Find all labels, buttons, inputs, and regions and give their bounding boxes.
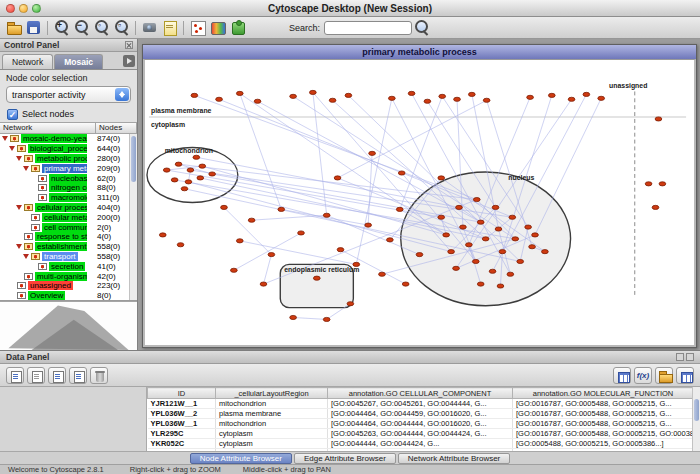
tab-node-attribute-browser[interactable]: Node Attribute Browser xyxy=(190,453,292,464)
select-attributes-icon[interactable] xyxy=(6,367,24,384)
tree-row[interactable]: multi-organism pro...42(0) xyxy=(0,271,129,281)
network-node[interactable] xyxy=(236,91,243,95)
network-node[interactable] xyxy=(466,243,473,247)
chevron-right-icon[interactable] xyxy=(123,55,135,67)
close-panel-icon[interactable] xyxy=(125,41,133,49)
scrollbar-thumb[interactable] xyxy=(694,399,699,421)
tree-row[interactable]: unassigned223(0) xyxy=(0,281,129,291)
column-header[interactable]: _cellularLayoutRegion xyxy=(216,388,328,399)
network-node[interactable] xyxy=(497,284,504,288)
network-node[interactable] xyxy=(329,98,336,102)
network-node[interactable] xyxy=(453,266,460,270)
network-node[interactable] xyxy=(529,245,536,249)
network-node[interactable] xyxy=(187,168,194,172)
unselect-attributes-icon[interactable] xyxy=(27,367,45,384)
network-node[interactable] xyxy=(659,182,666,186)
network-node[interactable] xyxy=(482,237,489,241)
network-node[interactable] xyxy=(473,197,480,201)
network-node[interactable] xyxy=(337,248,344,252)
table-row[interactable]: YJR121W__1mitochondrion[GO:0045267, GO:0… xyxy=(148,399,694,409)
zoom-fit-icon[interactable]: ▫ xyxy=(112,18,131,37)
tree-row[interactable]: cell communicat...2(0) xyxy=(0,222,129,232)
network-node[interactable] xyxy=(159,233,166,237)
column-header[interactable]: ID xyxy=(148,388,216,399)
tree-scrollbar[interactable] xyxy=(129,134,137,300)
network-node[interactable] xyxy=(495,227,502,231)
table-row[interactable]: YKR052Ccytoplasm[GO:0044444, GO:0044424,… xyxy=(148,439,694,449)
matrix-icon[interactable] xyxy=(613,367,631,384)
network-frame[interactable]: primary metabolic process plasma membran… xyxy=(142,44,697,348)
network-node[interactable] xyxy=(313,276,320,280)
maximize-window-button[interactable] xyxy=(32,4,41,13)
network-node[interactable] xyxy=(209,172,216,176)
network-node[interactable] xyxy=(477,282,484,286)
network-node[interactable] xyxy=(477,220,484,224)
network-node[interactable] xyxy=(472,259,479,263)
snapshot-icon[interactable] xyxy=(140,18,159,37)
network-node[interactable] xyxy=(388,96,395,100)
titlebar[interactable]: Cytoscape Desktop (New Session) xyxy=(0,0,700,17)
plugins-icon[interactable] xyxy=(228,18,247,37)
network-node[interactable] xyxy=(456,205,463,209)
network-node[interactable] xyxy=(175,162,182,166)
network-node[interactable] xyxy=(310,90,317,94)
table-row[interactable]: YLR295Ccytoplasm[GO:0045263, GO:0044444,… xyxy=(148,429,694,439)
network-node[interactable] xyxy=(290,94,297,98)
network-node[interactable] xyxy=(181,187,188,191)
network-node[interactable] xyxy=(468,92,475,96)
birdseye-view[interactable] xyxy=(0,301,137,350)
network-frame-title[interactable]: primary metabolic process xyxy=(143,45,696,59)
import-icon[interactable] xyxy=(655,367,673,384)
formula-builder-icon[interactable]: f(x) xyxy=(634,367,652,384)
network-node[interactable] xyxy=(290,315,297,319)
tree-row[interactable]: secretion41(0) xyxy=(0,261,129,271)
zoom-selected-icon[interactable]: ◦ xyxy=(92,18,111,37)
network-node[interactable] xyxy=(353,262,360,266)
column-header[interactable]: annotation.GO CELLULAR_COMPONENT xyxy=(328,388,513,399)
tree-row[interactable]: Overview8(0) xyxy=(0,291,129,300)
network-node[interactable] xyxy=(334,176,341,180)
select-nodes-checkbox[interactable]: ✓ xyxy=(7,109,18,120)
network-node[interactable] xyxy=(416,253,423,257)
search-input[interactable] xyxy=(324,21,412,35)
column-header[interactable]: annotation.GO MOLECULAR_FUNCTION xyxy=(513,388,694,399)
network-node[interactable] xyxy=(171,178,178,182)
network-canvas[interactable]: plasma membranecytoplasmmitochondrionnuc… xyxy=(143,59,696,347)
network-node[interactable] xyxy=(448,250,455,254)
network-node[interactable] xyxy=(460,225,467,229)
tab-edge-attribute-browser[interactable]: Edge Attribute Browser xyxy=(294,453,396,464)
network-node[interactable] xyxy=(254,99,261,103)
network-node[interactable] xyxy=(439,94,446,98)
network-node[interactable] xyxy=(655,117,662,121)
tree-row[interactable]: biological_process644(0) xyxy=(0,144,129,154)
network-node[interactable] xyxy=(193,155,200,159)
expander-icon[interactable] xyxy=(9,146,15,151)
network-node[interactable] xyxy=(492,205,499,209)
expander-icon[interactable] xyxy=(16,156,22,161)
network-node[interactable] xyxy=(379,272,386,276)
network-node[interactable] xyxy=(583,92,590,96)
network-node[interactable] xyxy=(163,168,170,172)
tree-row[interactable]: metabolic process280(0) xyxy=(0,154,129,164)
network-node[interactable] xyxy=(248,218,255,222)
tree-row[interactable]: nucleobase...62(0) xyxy=(0,173,129,183)
open-session-icon[interactable] xyxy=(4,18,23,37)
network-node[interactable] xyxy=(509,215,516,219)
tab-mosaic[interactable]: Mosaic xyxy=(54,54,103,69)
network-node[interactable] xyxy=(568,97,575,101)
network-node[interactable] xyxy=(197,176,204,180)
tree-header-network[interactable]: Network xyxy=(0,122,96,134)
network-node[interactable] xyxy=(489,269,496,273)
network-node[interactable] xyxy=(542,250,549,254)
network-node[interactable] xyxy=(645,182,652,186)
network-node[interactable] xyxy=(454,97,461,101)
network-node[interactable] xyxy=(323,213,330,217)
minimize-window-button[interactable] xyxy=(19,4,28,13)
grid-icon[interactable] xyxy=(676,367,694,384)
float-panel-icon[interactable] xyxy=(676,353,684,361)
network-icon[interactable] xyxy=(188,18,207,37)
network-node[interactable] xyxy=(499,250,506,254)
network-node[interactable] xyxy=(236,239,243,243)
zoom-out-icon[interactable]: − xyxy=(72,18,91,37)
network-node[interactable] xyxy=(345,93,352,97)
